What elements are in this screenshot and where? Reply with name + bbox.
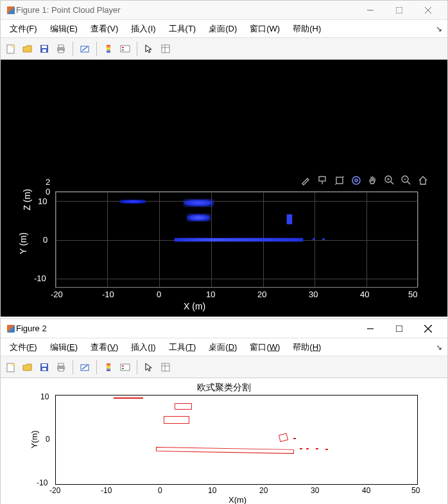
svg-rect-23 [336,177,343,184]
axes-toolbar [300,174,429,187]
window-title: Figure 2 [16,324,356,333]
save-button[interactable] [37,360,52,375]
close-button[interactable] [413,1,442,19]
toolbar-overflow-icon[interactable]: ↘ [436,24,442,33]
menu-desktop[interactable]: 桌面(D) [202,339,243,356]
menu-window[interactable]: 窗口(W) [243,339,286,356]
legend-button[interactable] [117,41,133,56]
separator [96,360,97,374]
z-tick: 2 [46,177,50,187]
edit-plot-button[interactable] [141,360,157,375]
target-icon [350,175,362,186]
minimize-icon [367,7,374,13]
svg-line-24 [335,184,336,185]
home-tool[interactable] [417,174,429,187]
cluster-box [114,397,143,399]
print-button[interactable] [53,360,69,375]
plot-area[interactable] [55,191,418,288]
menu-view[interactable]: 查看(V) [84,339,125,356]
menu-tools[interactable]: 工具(T) [162,21,203,37]
titlebar[interactable]: Figure 2 [1,319,447,338]
point-cluster [120,200,146,204]
brush-icon [300,175,312,186]
maximize-button[interactable] [384,320,413,338]
folder-open-icon [22,362,33,372]
svg-rect-18 [162,45,169,53]
menu-help[interactable]: 帮助(H) [286,339,327,356]
menu-view[interactable]: 查看(V) [84,21,125,37]
link-plot-button[interactable] [77,360,92,375]
open-button[interactable] [20,41,35,56]
svg-rect-46 [58,369,64,371]
brush-tool[interactable] [300,174,313,187]
rotate-tool[interactable] [333,174,346,187]
pan-tool[interactable] [366,174,379,187]
menu-tools[interactable]: 工具(T) [162,339,203,356]
y-tick: -10 [34,274,46,283]
menu-desktop[interactable]: 桌面(D) [202,21,243,37]
separator [137,42,137,56]
cluster-box [156,447,294,454]
cluster-canvas[interactable]: 欧式聚类分割 Y(m) X(m) 10 0 -10 -20 -10 0 10 2… [1,378,447,504]
menu-edit[interactable]: 编辑(E) [44,339,84,356]
cluster-point [300,448,302,449]
toolbar [1,38,447,60]
plot-area[interactable] [55,395,418,485]
home-icon [417,175,429,186]
menu-insert[interactable]: 插入(I) [125,339,162,356]
toolbar-overflow-icon[interactable]: ↘ [436,343,442,352]
svg-rect-16 [122,47,124,48]
point-cloud-canvas[interactable]: Y (m) Z (m) X (m) 2 0 10 0 -10 -20 -10 0… [1,60,447,317]
point-cluster [187,214,210,221]
print-icon [56,362,66,372]
menu-file[interactable]: 文件(F) [3,21,44,37]
menu-insert[interactable]: 插入(I) [125,21,162,37]
svg-point-27 [355,179,358,182]
menu-window[interactable]: 窗口(W) [243,21,286,37]
menu-edit[interactable]: 编辑(E) [44,21,84,37]
svg-rect-21 [319,177,325,181]
svg-rect-17 [122,49,124,51]
maximize-button[interactable] [384,1,413,19]
colorbar-icon [103,44,114,54]
colorbar-button[interactable] [101,41,116,56]
legend-icon [120,44,130,54]
menu-file[interactable]: 文件(F) [3,339,44,356]
zoom-out-tool[interactable] [400,174,413,187]
legend-button[interactable] [117,360,133,375]
x-tick: 30 [309,290,318,299]
open-property-button[interactable] [158,360,173,375]
edit-plot-button[interactable] [141,41,157,56]
close-icon [424,325,432,333]
print-button[interactable] [53,41,69,56]
open-button[interactable] [20,360,35,375]
datatip-tool[interactable] [316,174,329,187]
new-figure-button[interactable] [3,360,19,375]
minimize-icon [367,326,374,332]
titlebar[interactable]: Figure 1: Point Cloud Player [1,1,447,20]
restore-view-tool[interactable] [350,174,363,187]
open-property-button[interactable] [158,41,173,56]
zoom-in-tool[interactable] [383,174,396,187]
figure-1-window: Figure 1: Point Cloud Player 文件(F) 编辑(E)… [0,0,448,317]
z-tick: 0 [46,187,50,196]
cluster-point [325,449,328,450]
svg-rect-10 [58,45,64,48]
save-button[interactable] [37,41,52,56]
menu-help[interactable]: 帮助(H) [286,21,327,37]
new-figure-button[interactable] [3,41,19,56]
point-cluster [313,238,315,240]
svg-rect-52 [122,368,124,369]
svg-rect-51 [122,365,124,367]
colorbar-button[interactable] [101,360,116,375]
svg-rect-15 [121,46,130,52]
x-axis-label: X (m) [184,301,205,311]
cursor-icon [144,44,154,54]
link-plot-button[interactable] [77,41,92,56]
minimize-button[interactable] [356,1,384,19]
x-tick: -20 [51,290,63,299]
property-icon [160,44,171,54]
minimize-button[interactable] [356,320,384,338]
x-tick: 30 [311,486,319,495]
close-button[interactable] [413,320,442,338]
